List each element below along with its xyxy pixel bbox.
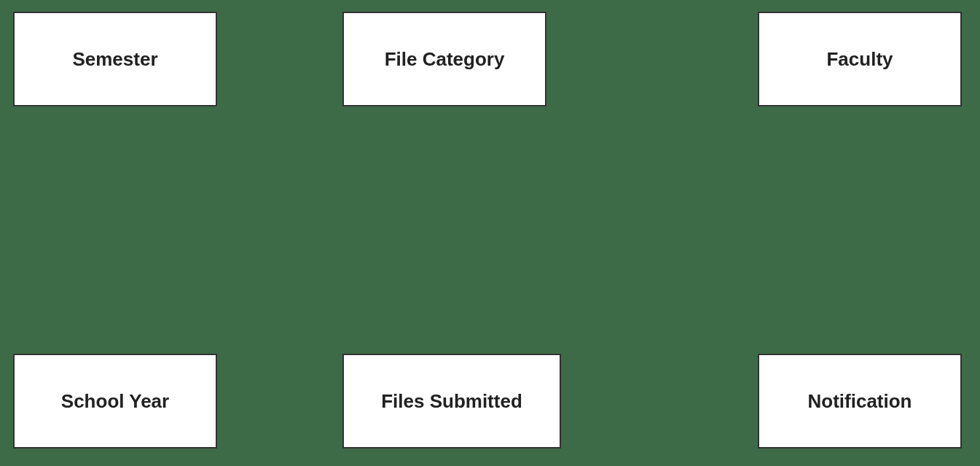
entity-files-submitted: Files Submitted xyxy=(342,354,561,448)
entity-files-submitted-label: Files Submitted xyxy=(381,390,522,413)
entity-file-category: File Category xyxy=(342,12,546,106)
entity-semester: Semester xyxy=(13,12,217,106)
entity-faculty-label: Faculty xyxy=(826,48,893,71)
entity-file-category-label: File Category xyxy=(385,48,505,71)
entity-faculty: Faculty xyxy=(758,12,962,106)
entity-notification-label: Notification xyxy=(808,390,912,413)
entity-school-year: School Year xyxy=(13,354,217,448)
entity-notification: Notification xyxy=(758,354,962,448)
entity-school-year-label: School Year xyxy=(61,390,169,413)
entity-semester-label: Semester xyxy=(72,48,157,71)
